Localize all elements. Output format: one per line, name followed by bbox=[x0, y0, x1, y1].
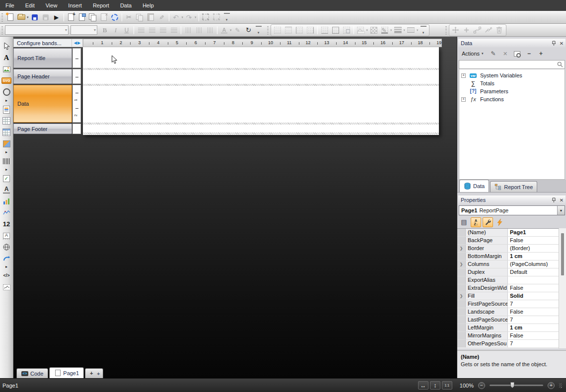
object-tool-button[interactable] bbox=[0, 230, 13, 241]
toolbar-button[interactable] bbox=[217, 26, 217, 34]
property-row[interactable]: ❯ (Name) Page1 bbox=[457, 229, 566, 237]
toolbar-button[interactable] bbox=[99, 25, 110, 36]
menu-item[interactable]: Insert bbox=[63, 0, 87, 11]
menu-item[interactable]: Help bbox=[137, 0, 159, 11]
expand-chevron-icon[interactable]: ❯ bbox=[460, 246, 463, 251]
design-page-canvas[interactable] bbox=[83, 47, 439, 135]
object-tool-button[interactable] bbox=[0, 167, 13, 173]
toolbar-button[interactable] bbox=[40, 12, 51, 23]
scrollbar-thumb[interactable] bbox=[561, 233, 564, 275]
object-tool-button[interactable] bbox=[0, 241, 13, 253]
toolbar-button[interactable] bbox=[330, 25, 341, 36]
band-separator[interactable] bbox=[83, 84, 439, 86]
toolbar-grip[interactable] bbox=[1, 13, 3, 21]
toolbar-button[interactable] bbox=[134, 26, 134, 34]
zoom-out-button[interactable]: − bbox=[478, 382, 485, 389]
property-value[interactable]: (Border) bbox=[508, 245, 566, 252]
object-tool-button[interactable] bbox=[0, 207, 13, 218]
resize-grip[interactable] bbox=[559, 383, 562, 388]
document-tab[interactable]: Page1 bbox=[49, 367, 84, 378]
toolbar-button[interactable] bbox=[319, 25, 330, 36]
object-tool-button[interactable] bbox=[0, 98, 13, 104]
object-tool-button[interactable] bbox=[0, 127, 13, 138]
property-grid-scrollbar[interactable] bbox=[559, 228, 566, 348]
toolbar-button[interactable] bbox=[5, 12, 16, 23]
tree-item[interactable]: System Variables bbox=[459, 71, 565, 79]
object-tool-button[interactable] bbox=[0, 184, 13, 196]
property-value[interactable] bbox=[508, 276, 566, 284]
property-row[interactable]: ❯ ExportAlias bbox=[457, 276, 566, 284]
property-value[interactable]: 7 bbox=[508, 300, 566, 308]
zoom-in-button[interactable]: + bbox=[548, 382, 555, 389]
close-icon[interactable]: ✕ bbox=[558, 196, 566, 203]
object-tool-button[interactable] bbox=[0, 104, 13, 115]
toolbar-button[interactable] bbox=[272, 25, 283, 36]
zoom-slider[interactable] bbox=[490, 385, 543, 386]
toolbar-overflow-icon[interactable]: ▾ bbox=[256, 26, 262, 35]
toolbar-button[interactable] bbox=[212, 12, 222, 23]
toolbar-button[interactable] bbox=[393, 25, 406, 36]
font-size-combo[interactable] bbox=[71, 25, 97, 35]
menu-item[interactable]: Data bbox=[115, 0, 137, 11]
toolbar-button[interactable] bbox=[76, 12, 87, 23]
toolbar-button[interactable] bbox=[472, 25, 483, 36]
object-tool-button[interactable] bbox=[0, 115, 13, 127]
expander-icon[interactable] bbox=[461, 97, 466, 102]
action-button[interactable] bbox=[512, 49, 522, 59]
object-tool-button[interactable] bbox=[0, 218, 13, 230]
property-row[interactable]: ❯ Landscape False bbox=[457, 308, 566, 316]
toolbar-button[interactable] bbox=[355, 25, 369, 36]
toolbar-button[interactable] bbox=[145, 12, 156, 23]
property-row[interactable]: ❯ Columns (PageColumns) bbox=[457, 261, 566, 268]
document-tab[interactable]: + bbox=[85, 368, 103, 378]
toolbar-button[interactable] bbox=[51, 12, 62, 23]
property-value[interactable]: 1 cm bbox=[508, 253, 566, 260]
dock-tab[interactable]: Data bbox=[459, 180, 489, 192]
action-button[interactable] bbox=[536, 49, 546, 59]
expander-icon[interactable] bbox=[461, 73, 466, 78]
band-separator[interactable] bbox=[83, 123, 439, 125]
tree-item[interactable]: Parameters bbox=[459, 87, 565, 95]
toolbar-button[interactable] bbox=[16, 12, 29, 23]
tree-item[interactable]: Totals bbox=[459, 79, 565, 87]
toolbar-grip[interactable] bbox=[1, 26, 3, 34]
pin-icon[interactable] bbox=[550, 40, 558, 47]
toolbar-button[interactable] bbox=[450, 25, 461, 36]
properties-toolbar-button[interactable] bbox=[459, 217, 469, 227]
band[interactable]: Data bbox=[13, 85, 72, 123]
toolbar-button[interactable] bbox=[354, 26, 354, 34]
toolbar-button[interactable] bbox=[168, 25, 179, 36]
toolbar-button[interactable] bbox=[110, 25, 121, 36]
menu-item[interactable]: Edit bbox=[20, 0, 40, 11]
toolbar-button[interactable] bbox=[171, 12, 184, 23]
property-value[interactable]: Default bbox=[508, 268, 566, 276]
toolbar-button[interactable] bbox=[156, 12, 167, 23]
object-tool-button[interactable] bbox=[0, 149, 13, 155]
toolbar-button[interactable] bbox=[232, 25, 243, 36]
object-tool-button[interactable] bbox=[0, 52, 13, 64]
search-input[interactable] bbox=[459, 61, 557, 68]
toolbar-button[interactable] bbox=[406, 25, 419, 36]
object-tool-button[interactable] bbox=[0, 264, 13, 270]
expand-chevron-icon[interactable]: ❯ bbox=[460, 294, 463, 298]
object-tool-button[interactable] bbox=[0, 281, 13, 293]
band-separator[interactable] bbox=[83, 68, 439, 70]
toolbar-button[interactable] bbox=[201, 12, 212, 23]
toolbar-button[interactable] bbox=[136, 25, 146, 36]
object-tool-button[interactable] bbox=[0, 173, 13, 184]
action-button[interactable] bbox=[524, 49, 534, 59]
toolbar-grip[interactable] bbox=[267, 26, 269, 34]
property-row[interactable]: ❯ Duplex Default bbox=[457, 268, 566, 276]
object-selector-combo[interactable]: Page1 ReportPage ▼ bbox=[459, 205, 565, 215]
toolbar-button[interactable] bbox=[194, 25, 205, 36]
object-tool-button[interactable] bbox=[0, 75, 13, 86]
configure-bands-button[interactable]: Configure bands... bbox=[13, 39, 72, 47]
toolbar-button[interactable] bbox=[122, 13, 122, 21]
properties-toolbar-button[interactable] bbox=[483, 217, 493, 227]
property-value[interactable]: 7 bbox=[508, 340, 566, 347]
property-value[interactable]: 1 cm bbox=[508, 324, 566, 331]
toolbar-button[interactable] bbox=[294, 25, 305, 36]
property-row[interactable]: ❯ FirstPageSource 7 bbox=[457, 300, 566, 308]
zoom-slider-thumb[interactable] bbox=[510, 382, 514, 388]
toolbar-overflow-icon[interactable]: ▾ bbox=[224, 13, 230, 22]
